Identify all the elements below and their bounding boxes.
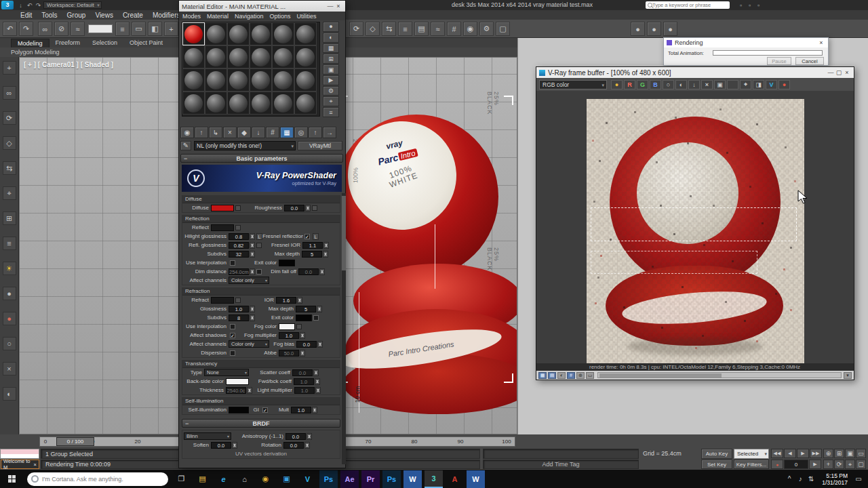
menu-utilities[interactable]: Utilities xyxy=(297,13,317,20)
refr-use-interpolation-checkbox[interactable] xyxy=(230,324,235,329)
link-icon[interactable]: ∞ xyxy=(3,86,16,100)
sample-slot[interactable] xyxy=(227,22,250,45)
sample-slot[interactable] xyxy=(182,92,205,115)
zoom-out-icon[interactable]: ▭ xyxy=(586,372,594,379)
compare-icon[interactable]: ▦ xyxy=(538,372,547,379)
spinner[interactable] xyxy=(304,442,310,449)
put-to-library-icon[interactable]: ↓ xyxy=(252,127,265,138)
spinner[interactable] xyxy=(323,242,329,249)
spinner[interactable] xyxy=(250,306,255,312)
curve-editor-icon[interactable]: ≈ xyxy=(431,22,445,36)
rendering-dialog-titlebar[interactable]: Rendering × xyxy=(664,38,828,47)
set-key-icon[interactable]: ● xyxy=(771,460,783,469)
show-in-viewport-icon[interactable]: ▦ xyxy=(280,127,294,138)
material-type-button[interactable]: VRayMtl xyxy=(298,141,342,150)
taskbar-photoshop[interactable]: Ps xyxy=(319,470,338,488)
selection-lock-icon[interactable]: × xyxy=(3,362,16,375)
spinner[interactable] xyxy=(305,205,311,211)
selection-set-dropdown[interactable]: Selected xyxy=(734,449,769,459)
frame-buffer-titlebar[interactable]: V-Ray frame buffer - [100% of 480 x 600]… xyxy=(536,67,854,78)
taskbar-word-2[interactable]: W xyxy=(467,470,485,488)
spinner[interactable] xyxy=(317,306,322,312)
cortana-input[interactable] xyxy=(42,476,164,483)
fog-color-swatch[interactable] xyxy=(279,323,295,330)
roughness-map-button[interactable] xyxy=(312,205,317,211)
minimize-icon[interactable]: — xyxy=(827,69,835,76)
select-by-name-icon[interactable]: ≡ xyxy=(115,22,130,36)
volume-icon[interactable]: ♪ xyxy=(795,475,806,483)
make-unique-icon[interactable]: ◆ xyxy=(237,127,251,138)
bind-spacewarp-icon[interactable]: ≈ xyxy=(71,22,85,36)
render-iterative-icon[interactable]: ● xyxy=(647,22,661,36)
brdf-type-dropdown[interactable]: Blinn xyxy=(184,432,231,440)
sample-slot[interactable] xyxy=(250,92,272,115)
tray-expand-icon[interactable]: ^ xyxy=(784,475,795,483)
dispersion-checkbox[interactable] xyxy=(230,350,235,356)
a-b-icon[interactable]: ◐ xyxy=(557,372,566,379)
sample-slot[interactable] xyxy=(205,68,227,92)
sample-slot[interactable] xyxy=(250,68,272,92)
render-last-icon[interactable]: ● xyxy=(778,80,790,89)
maximize-icon[interactable]: ▢ xyxy=(835,69,843,76)
refr-max-depth-value[interactable]: 5 xyxy=(296,306,316,312)
tab-object-paint[interactable]: Object Paint xyxy=(123,39,169,47)
menu-views[interactable]: Views xyxy=(95,12,113,19)
taskbar-autodesk[interactable]: A xyxy=(446,470,464,488)
undo-icon[interactable]: ↶ xyxy=(25,1,34,9)
anisotropy-value[interactable]: 0.0 xyxy=(285,433,306,440)
scrollbar-thumb[interactable] xyxy=(599,373,722,378)
sample-slot[interactable] xyxy=(294,68,317,92)
taskbar-file-explorer[interactable]: ▤ xyxy=(193,470,212,488)
taskbar-word[interactable]: W xyxy=(403,470,422,488)
spinner[interactable] xyxy=(300,332,305,339)
light-icon[interactable]: ☀ xyxy=(3,262,16,275)
rotate-icon[interactable]: ⟳ xyxy=(349,22,363,36)
select-icon[interactable]: + xyxy=(3,61,16,75)
tab-freeform[interactable]: Freeform xyxy=(50,39,87,47)
sample-slot[interactable] xyxy=(227,92,250,115)
array-icon[interactable]: ⊞ xyxy=(3,211,16,225)
scroll-down-icon[interactable]: ▾ xyxy=(844,372,852,379)
go-forward-icon[interactable]: → xyxy=(323,127,336,138)
spinner[interactable] xyxy=(317,341,323,348)
community-icon[interactable]: ▫ xyxy=(745,1,754,9)
action-center-icon[interactable]: ▭ xyxy=(853,475,864,483)
close-icon[interactable]: × xyxy=(843,69,851,76)
search-input[interactable] xyxy=(652,2,724,8)
menu-modifiers[interactable]: Modifiers xyxy=(153,12,180,19)
zoom-region-icon[interactable]: ▭ xyxy=(856,449,866,458)
scrollbar-thumb[interactable] xyxy=(342,196,346,270)
backlight-icon[interactable]: ◐ xyxy=(323,33,339,43)
abbe-value[interactable]: 50.0 xyxy=(279,350,299,357)
refr-exit-color-checkbox[interactable] xyxy=(313,315,319,321)
rollout-basic-parameters[interactable]: Basic parameters xyxy=(180,154,343,163)
refl-subdivs-value[interactable]: 32 xyxy=(229,251,249,258)
sample-slot[interactable] xyxy=(227,68,250,92)
spinner[interactable] xyxy=(315,378,320,385)
sample-slot-active[interactable] xyxy=(182,22,205,45)
track-mouse-icon[interactable]: ⌖ xyxy=(740,80,751,89)
scale-icon[interactable]: ◇ xyxy=(3,136,16,150)
blue-channel-icon[interactable]: B xyxy=(650,80,661,89)
roughness-value[interactable]: 0.0 xyxy=(284,205,304,211)
fresnel-ior-value[interactable]: 1.1 xyxy=(302,242,323,249)
sample-slot[interactable] xyxy=(182,68,205,92)
sample-slot[interactable] xyxy=(294,45,317,68)
rotate-icon[interactable]: ⟳ xyxy=(3,111,16,125)
spinner[interactable] xyxy=(300,350,305,357)
help-icon[interactable]: ▫ xyxy=(754,1,763,9)
spinner[interactable] xyxy=(250,242,255,249)
diffuse-map-button[interactable] xyxy=(235,205,241,211)
select-by-material-icon[interactable]: ⌖ xyxy=(323,96,339,106)
spinner[interactable] xyxy=(313,369,319,376)
hilight-glossiness-value[interactable]: 0.8 xyxy=(229,233,249,240)
camera-icon[interactable]: ● xyxy=(3,287,16,300)
duplicate-buffer-icon[interactable]: ▣ xyxy=(714,80,726,89)
vray-settings-icon[interactable]: V xyxy=(766,80,777,89)
frame-buffer-scrollbar[interactable] xyxy=(597,372,842,378)
taskbar-task-view[interactable]: ❐ xyxy=(172,470,191,488)
cancel-button[interactable]: Cancel xyxy=(795,57,824,65)
sample-slot[interactable] xyxy=(272,22,294,45)
render-production-icon[interactable]: ● xyxy=(631,22,645,36)
history-icon[interactable]: ▤ xyxy=(548,372,556,379)
